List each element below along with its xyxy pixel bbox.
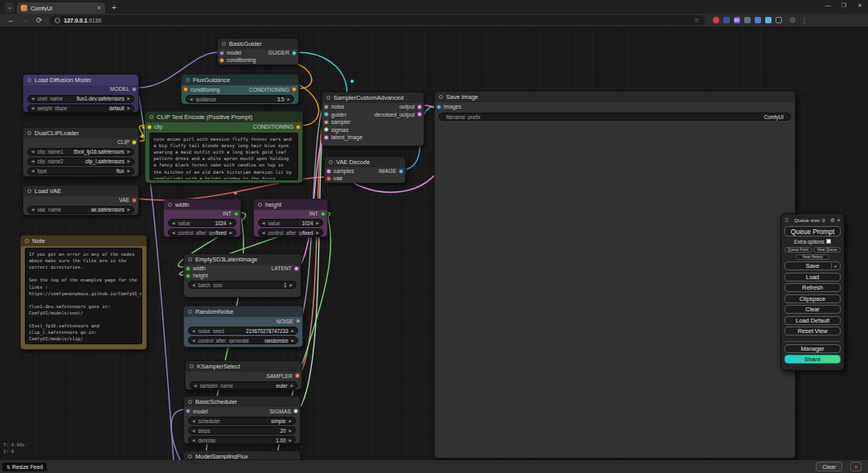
arrow-right-icon[interactable]: ▶ — [317, 231, 319, 235]
arrow-right-icon[interactable]: ▶ — [128, 159, 130, 163]
arrow-right-icon[interactable]: ▶ — [128, 106, 130, 110]
arrow-right-icon[interactable]: ▶ — [292, 329, 294, 333]
widget-filename-prefix[interactable]: filename_prefixComfyUI — [439, 113, 791, 121]
clear-button[interactable]: Clear — [784, 305, 841, 314]
reload-button[interactable]: ⟳ — [36, 16, 43, 24]
arrow-right-icon[interactable]: ▶ — [288, 97, 290, 101]
browser-tab-comfyui[interactable]: ComfyUI ✕ — [17, 2, 105, 14]
arrow-right-icon[interactable]: ▶ — [289, 419, 292, 423]
collapse-icon[interactable] — [27, 189, 31, 193]
url-bar[interactable]: 127.0.0.1 :8188 ☆ — [50, 15, 705, 25]
widget-scheduler[interactable]: ◀schedulersimple▶ — [188, 417, 296, 425]
new-tab-button[interactable]: + — [112, 3, 117, 12]
port-noise-input[interactable]: noise — [324, 104, 344, 109]
widget-noise-seed[interactable]: ◀noise_seed219670278747233▶ — [188, 327, 298, 335]
bookmark-star-icon[interactable]: ☆ — [694, 17, 699, 24]
manager-button[interactable]: Manager — [784, 344, 841, 353]
arrow-left-icon[interactable]: ◀ — [31, 169, 34, 173]
arrow-left-icon[interactable]: ◀ — [31, 150, 34, 154]
feed-clear-button[interactable]: Clear — [816, 462, 842, 471]
view-history-button[interactable]: View History — [796, 254, 829, 260]
node-flux-guidance[interactable]: FluxGuidance conditioning CONDITIONING ◀… — [181, 74, 299, 105]
node-clip-text-encode[interactable]: CLIP Text Encode (Positive Prompt) clip … — [145, 111, 303, 183]
node-empty-sd3-latent-image[interactable]: EmptySD3LatentImage width LATENT height … — [183, 253, 301, 298]
port-width-input[interactable]: width — [186, 265, 206, 271]
back-button[interactable]: ← — [7, 16, 14, 24]
port-guider-input[interactable]: guider — [324, 112, 346, 117]
extension-icon-1[interactable] — [713, 17, 719, 23]
clipspace-button[interactable]: Clipspace — [784, 294, 841, 303]
arrow-right-icon[interactable]: ▶ — [230, 231, 232, 235]
widget-guidance[interactable]: ◀guidance3.5▶ — [186, 95, 294, 103]
widget-denoise[interactable]: ◀denoise1.00▶ — [188, 436, 296, 444]
collapse-icon[interactable] — [188, 400, 192, 404]
collapse-icon[interactable] — [326, 96, 330, 100]
arrow-right-icon[interactable]: ▶ — [128, 169, 130, 173]
arrow-left-icon[interactable]: ◀ — [194, 384, 196, 388]
port-sampler-output[interactable]: SAMPLER — [267, 373, 300, 379]
port-model-input[interactable]: model — [186, 409, 208, 414]
refresh-button[interactable]: Refresh — [784, 283, 841, 292]
comfyui-canvas[interactable]: Load Diffusion Model MODEL ◀unet_nameflu… — [0, 27, 868, 460]
node-vae-decode[interactable]: VAE Decode samples IMAGE vae — [324, 156, 406, 183]
port-output[interactable]: output — [399, 104, 422, 109]
node-dual-clip-loader[interactable]: DualCLIPLoader CLIP ◀clip_name1t5xxl_fp1… — [23, 127, 139, 177]
arrow-left-icon[interactable]: ◀ — [192, 283, 194, 287]
port-vae-output[interactable]: VAE — [119, 197, 137, 203]
port-model-output[interactable]: MODEL — [110, 86, 137, 92]
arrow-right-icon[interactable]: ▶ — [289, 429, 292, 433]
drag-handle-icon[interactable]: ☰ — [784, 217, 788, 223]
widget-value[interactable]: ◀value1024▶ — [258, 219, 323, 227]
collapse-icon[interactable] — [188, 310, 192, 314]
widget-clip-name1[interactable]: ◀clip_name1t5xxl_fp16.safetensors▶ — [27, 148, 134, 156]
arrow-left-icon[interactable]: ◀ — [262, 231, 264, 235]
collapse-icon[interactable] — [329, 160, 333, 164]
arrow-right-icon[interactable]: ▶ — [291, 384, 293, 388]
port-noise-output[interactable]: NOISE — [276, 319, 301, 324]
collapse-icon[interactable] — [25, 239, 29, 243]
arrow-right-icon[interactable]: ▶ — [317, 221, 319, 225]
arrow-left-icon[interactable]: ◀ — [192, 419, 194, 423]
collapse-icon[interactable] — [149, 115, 154, 119]
port-conditioning-output[interactable]: CONDITIONING — [253, 124, 301, 130]
collapse-icon[interactable] — [27, 78, 31, 82]
collapse-icon[interactable] — [190, 364, 194, 368]
arrow-left-icon[interactable]: ◀ — [172, 221, 174, 225]
load-button[interactable]: Load — [784, 273, 841, 282]
collapse-icon[interactable] — [27, 131, 31, 135]
prompt-textarea[interactable]: cute anime girl with massive fluffy fenn… — [149, 133, 298, 180]
tab-close-icon[interactable]: ✕ — [96, 5, 101, 11]
node-load-diffusion-model[interactable]: Load Diffusion Model MODEL ◀unet_nameflu… — [23, 74, 139, 113]
resize-feed-button[interactable]: ⇅Resize Feed — [2, 463, 47, 471]
window-minimize-button[interactable]: — — [820, 0, 836, 11]
arrow-left-icon[interactable]: ◀ — [192, 329, 194, 333]
arrow-left-icon[interactable]: ◀ — [190, 97, 192, 101]
collapse-icon[interactable] — [439, 95, 443, 99]
arrow-left-icon[interactable]: ◀ — [192, 438, 194, 442]
widget-vae-name[interactable]: ◀vae_nameae.safetensors▶ — [27, 206, 134, 214]
widget-control-after-generate[interactable]: ◀control_after_genefixed▶ — [258, 228, 323, 236]
save-button[interactable]: Save▾ — [784, 261, 841, 270]
forward-button[interactable]: → — [22, 16, 29, 24]
port-image-output[interactable]: IMAGE — [379, 168, 403, 174]
reset-view-button[interactable]: Reset View — [784, 327, 841, 335]
widget-clip-name2[interactable]: ◀clip_name2clip_l.safetensors▶ — [27, 158, 134, 166]
widget-control-after-generate[interactable]: ◀control_after_generaterandomize▶ — [188, 336, 298, 344]
port-sigmas-input[interactable]: sigmas — [324, 127, 349, 133]
arrow-right-icon[interactable]: ▶ — [128, 208, 130, 212]
widget-value[interactable]: ◀value1024▶ — [168, 219, 236, 227]
collapse-icon[interactable] — [188, 454, 192, 459]
node-load-vae[interactable]: Load VAE VAE ◀vae_nameae.safetensors▶ — [23, 185, 139, 216]
arrow-right-icon[interactable]: ▶ — [289, 438, 292, 442]
node-basic-scheduler[interactable]: BasicScheduler model SIGMAS ◀schedulersi… — [183, 396, 301, 444]
node-model-sampling-flux[interactable]: ModelSamplingFlux — [183, 450, 301, 460]
widget-unet-name[interactable]: ◀unet_nameflux1-dev.safetensors▶ — [27, 95, 134, 103]
node-basic-guider[interactable]: BasicGuider model GUIDER conditioning — [217, 38, 299, 65]
port-samples-input[interactable]: samples — [326, 168, 354, 174]
arrow-left-icon[interactable]: ◀ — [31, 159, 34, 163]
port-sigmas-output[interactable]: SIGMAS — [270, 409, 298, 414]
port-int-output[interactable]: INT — [223, 211, 239, 216]
feed-close-button[interactable]: ✕ — [850, 462, 862, 471]
node-ksampler-select[interactable]: KSamplerSelect SAMPLER ◀sampler_nameeule… — [185, 360, 302, 390]
port-conditioning-input[interactable]: conditioning — [183, 87, 219, 93]
